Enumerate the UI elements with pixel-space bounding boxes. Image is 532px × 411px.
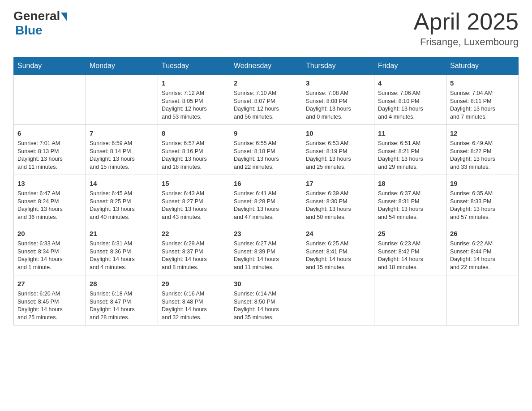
- title-section: April 2025 Frisange, Luxembourg: [414, 9, 519, 48]
- calendar-cell: 24Sunrise: 6:25 AM Sunset: 8:41 PM Dayli…: [302, 225, 374, 275]
- day-info: Sunrise: 6:14 AM Sunset: 8:50 PM Dayligh…: [234, 290, 298, 321]
- day-of-week-thursday: Thursday: [302, 57, 374, 75]
- day-number: 7: [90, 128, 154, 138]
- day-info: Sunrise: 6:22 AM Sunset: 8:44 PM Dayligh…: [450, 240, 515, 271]
- week-row: 20Sunrise: 6:33 AM Sunset: 8:34 PM Dayli…: [14, 225, 519, 275]
- calendar-cell: [374, 275, 446, 325]
- day-number: 16: [234, 179, 298, 188]
- day-number: 26: [450, 229, 515, 238]
- page-header: General Blue April 2025 Frisange, Luxemb…: [13, 9, 519, 48]
- day-info: Sunrise: 6:20 AM Sunset: 8:45 PM Dayligh…: [17, 290, 82, 321]
- day-info: Sunrise: 6:31 AM Sunset: 8:36 PM Dayligh…: [90, 240, 154, 271]
- day-number: 20: [17, 229, 82, 238]
- day-number: 24: [306, 229, 370, 238]
- calendar-cell: 13Sunrise: 6:47 AM Sunset: 8:24 PM Dayli…: [14, 175, 86, 225]
- day-info: Sunrise: 6:16 AM Sunset: 8:48 PM Dayligh…: [162, 290, 226, 321]
- day-info: Sunrise: 7:12 AM Sunset: 8:05 PM Dayligh…: [162, 90, 226, 121]
- day-info: Sunrise: 7:08 AM Sunset: 8:08 PM Dayligh…: [306, 90, 370, 121]
- calendar-cell: 25Sunrise: 6:23 AM Sunset: 8:42 PM Dayli…: [374, 225, 446, 275]
- day-info: Sunrise: 6:43 AM Sunset: 8:27 PM Dayligh…: [162, 190, 226, 221]
- day-info: Sunrise: 6:35 AM Sunset: 8:33 PM Dayligh…: [450, 190, 515, 221]
- day-info: Sunrise: 6:59 AM Sunset: 8:14 PM Dayligh…: [90, 140, 154, 171]
- day-number: 1: [162, 78, 226, 88]
- week-row: 1Sunrise: 7:12 AM Sunset: 8:05 PM Daylig…: [14, 75, 519, 125]
- day-number: 13: [17, 179, 82, 188]
- day-info: Sunrise: 6:27 AM Sunset: 8:39 PM Dayligh…: [234, 240, 298, 271]
- day-number: 6: [17, 128, 82, 138]
- day-info: Sunrise: 6:25 AM Sunset: 8:41 PM Dayligh…: [306, 240, 370, 271]
- day-info: Sunrise: 6:37 AM Sunset: 8:31 PM Dayligh…: [378, 190, 442, 221]
- day-of-week-tuesday: Tuesday: [158, 57, 230, 75]
- day-number: 17: [306, 179, 370, 188]
- calendar-cell: [86, 75, 158, 125]
- day-info: Sunrise: 6:55 AM Sunset: 8:18 PM Dayligh…: [234, 140, 298, 171]
- calendar-cell: [302, 275, 374, 325]
- day-info: Sunrise: 6:33 AM Sunset: 8:34 PM Dayligh…: [17, 240, 82, 271]
- day-number: 23: [234, 229, 298, 238]
- calendar-cell: 11Sunrise: 6:51 AM Sunset: 8:21 PM Dayli…: [374, 125, 446, 175]
- calendar-cell: 5Sunrise: 7:04 AM Sunset: 8:11 PM Daylig…: [446, 75, 519, 125]
- calendar-cell: 27Sunrise: 6:20 AM Sunset: 8:45 PM Dayli…: [14, 275, 86, 325]
- day-number: 22: [162, 229, 226, 238]
- logo: General Blue: [13, 9, 67, 38]
- day-info: Sunrise: 7:10 AM Sunset: 8:07 PM Dayligh…: [234, 90, 298, 121]
- calendar-body: 1Sunrise: 7:12 AM Sunset: 8:05 PM Daylig…: [14, 75, 519, 325]
- day-info: Sunrise: 6:53 AM Sunset: 8:19 PM Dayligh…: [306, 140, 370, 171]
- calendar-cell: 12Sunrise: 6:49 AM Sunset: 8:22 PM Dayli…: [446, 125, 519, 175]
- logo-blue-text: Blue: [15, 23, 43, 38]
- calendar-subtitle: Frisange, Luxembourg: [414, 36, 519, 48]
- calendar-title: April 2025: [414, 9, 519, 34]
- week-row: 13Sunrise: 6:47 AM Sunset: 8:24 PM Dayli…: [14, 175, 519, 225]
- day-number: 21: [90, 229, 154, 238]
- day-info: Sunrise: 6:29 AM Sunset: 8:37 PM Dayligh…: [162, 240, 226, 271]
- calendar-cell: 26Sunrise: 6:22 AM Sunset: 8:44 PM Dayli…: [446, 225, 519, 275]
- day-info: Sunrise: 7:04 AM Sunset: 8:11 PM Dayligh…: [450, 90, 515, 121]
- day-info: Sunrise: 6:49 AM Sunset: 8:22 PM Dayligh…: [450, 140, 515, 171]
- days-of-week-row: SundayMondayTuesdayWednesdayThursdayFrid…: [14, 57, 519, 75]
- calendar-cell: 7Sunrise: 6:59 AM Sunset: 8:14 PM Daylig…: [86, 125, 158, 175]
- day-number: 14: [90, 179, 154, 188]
- day-number: 19: [450, 179, 515, 188]
- day-info: Sunrise: 6:18 AM Sunset: 8:47 PM Dayligh…: [90, 290, 154, 321]
- week-row: 6Sunrise: 7:01 AM Sunset: 8:13 PM Daylig…: [14, 125, 519, 175]
- day-info: Sunrise: 6:41 AM Sunset: 8:28 PM Dayligh…: [234, 190, 298, 221]
- calendar-cell: 6Sunrise: 7:01 AM Sunset: 8:13 PM Daylig…: [14, 125, 86, 175]
- day-of-week-sunday: Sunday: [14, 57, 86, 75]
- calendar-cell: [14, 75, 86, 125]
- calendar-cell: [446, 275, 519, 325]
- logo-general-text: General: [13, 9, 60, 23]
- calendar-cell: 20Sunrise: 6:33 AM Sunset: 8:34 PM Dayli…: [14, 225, 86, 275]
- day-info: Sunrise: 6:51 AM Sunset: 8:21 PM Dayligh…: [378, 140, 442, 171]
- calendar-cell: 16Sunrise: 6:41 AM Sunset: 8:28 PM Dayli…: [230, 175, 302, 225]
- day-number: 27: [17, 279, 82, 288]
- calendar-cell: 9Sunrise: 6:55 AM Sunset: 8:18 PM Daylig…: [230, 125, 302, 175]
- calendar-cell: 28Sunrise: 6:18 AM Sunset: 8:47 PM Dayli…: [86, 275, 158, 325]
- day-number: 4: [378, 78, 442, 88]
- week-row: 27Sunrise: 6:20 AM Sunset: 8:45 PM Dayli…: [14, 275, 519, 325]
- calendar-cell: 22Sunrise: 6:29 AM Sunset: 8:37 PM Dayli…: [158, 225, 230, 275]
- calendar-cell: 17Sunrise: 6:39 AM Sunset: 8:30 PM Dayli…: [302, 175, 374, 225]
- day-of-week-friday: Friday: [374, 57, 446, 75]
- day-number: 8: [162, 128, 226, 138]
- day-info: Sunrise: 7:06 AM Sunset: 8:10 PM Dayligh…: [378, 90, 442, 121]
- day-number: 29: [162, 279, 226, 288]
- day-of-week-wednesday: Wednesday: [230, 57, 302, 75]
- day-info: Sunrise: 6:57 AM Sunset: 8:16 PM Dayligh…: [162, 140, 226, 171]
- calendar-cell: 18Sunrise: 6:37 AM Sunset: 8:31 PM Dayli…: [374, 175, 446, 225]
- calendar-cell: 15Sunrise: 6:43 AM Sunset: 8:27 PM Dayli…: [158, 175, 230, 225]
- calendar-cell: 1Sunrise: 7:12 AM Sunset: 8:05 PM Daylig…: [158, 75, 230, 125]
- calendar-cell: 2Sunrise: 7:10 AM Sunset: 8:07 PM Daylig…: [230, 75, 302, 125]
- calendar-header: SundayMondayTuesdayWednesdayThursdayFrid…: [14, 57, 519, 75]
- day-info: Sunrise: 6:47 AM Sunset: 8:24 PM Dayligh…: [17, 190, 82, 221]
- calendar-cell: 10Sunrise: 6:53 AM Sunset: 8:19 PM Dayli…: [302, 125, 374, 175]
- day-number: 25: [378, 229, 442, 238]
- calendar-cell: 8Sunrise: 6:57 AM Sunset: 8:16 PM Daylig…: [158, 125, 230, 175]
- calendar-cell: 14Sunrise: 6:45 AM Sunset: 8:25 PM Dayli…: [86, 175, 158, 225]
- calendar-table: SundayMondayTuesdayWednesdayThursdayFrid…: [13, 57, 519, 325]
- calendar-cell: 29Sunrise: 6:16 AM Sunset: 8:48 PM Dayli…: [158, 275, 230, 325]
- day-info: Sunrise: 6:23 AM Sunset: 8:42 PM Dayligh…: [378, 240, 442, 271]
- day-number: 2: [234, 78, 298, 88]
- calendar-cell: 19Sunrise: 6:35 AM Sunset: 8:33 PM Dayli…: [446, 175, 519, 225]
- day-number: 15: [162, 179, 226, 188]
- logo-arrow-icon: [61, 13, 67, 21]
